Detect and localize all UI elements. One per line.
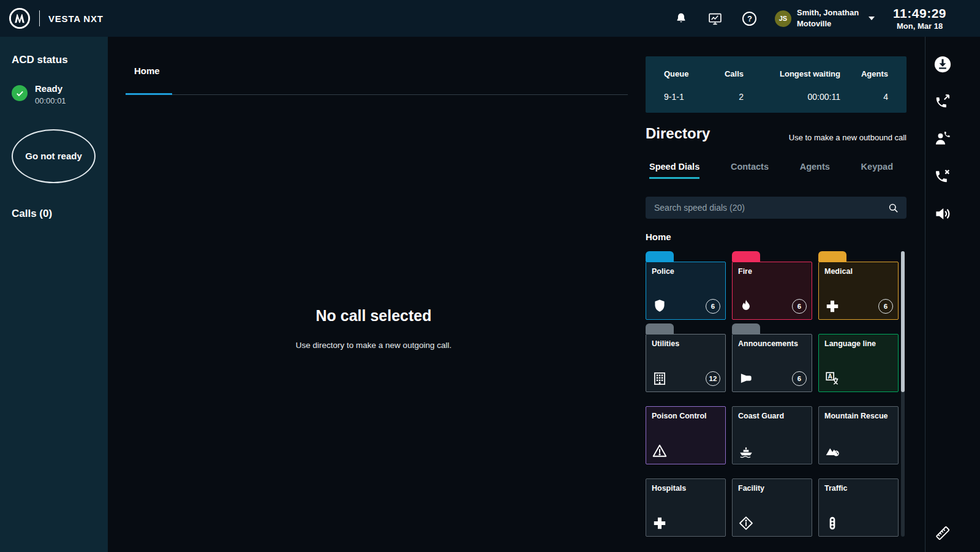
tab-speed-dials[interactable]: Speed Dials [649,162,699,179]
directory-panel: Queue Calls Longest waiting Agents 9-1-1… [639,37,925,552]
tile-label: Utilities [652,339,679,348]
empty-state-subtitle: Use directory to make a new outgoing cal… [108,341,639,350]
speed-dial-mountain-rescue[interactable]: Mountain Rescue [818,396,899,464]
person-phone-icon[interactable] [933,130,952,148]
tile-label: Language line [824,339,876,348]
clock-time: 11:49:29 [893,6,946,21]
megaphone-icon [738,371,754,387]
queue-longest-waiting: 00:00:11 [744,92,840,102]
tab-agents[interactable]: Agents [800,162,830,179]
translate-icon: A [824,371,840,387]
motorola-logo [9,7,31,29]
mountain-icon [824,443,840,459]
speed-dial-section-label: Home [646,232,671,242]
ruler-icon[interactable] [933,524,952,542]
chevron-down-icon [869,17,875,20]
tile-count-badge: 6 [792,299,807,314]
divider [126,94,628,95]
speed-dial-traffic[interactable]: Traffic [818,468,899,537]
speed-dial-folder-announcements[interactable]: Announcements 6 [732,323,812,392]
go-not-ready-button[interactable]: Go not ready [12,129,96,183]
tile-label: Poison Control [652,412,707,420]
user-location: Motoville [797,18,859,29]
queue-calls: 2 [699,92,744,102]
agent-status: Ready 00:00:01 [12,83,66,105]
queue-row[interactable]: 9-1-1 2 00:00:11 4 [664,91,888,103]
tile-count-badge: 6 [878,299,893,314]
acd-sidebar: ACD status Ready 00:00:01 Go not ready C… [0,37,108,552]
tile-label: Mountain Rescue [824,412,888,420]
police-badge-icon [652,298,668,314]
tile-count-badge: 6 [792,371,807,386]
medical-cross-icon [824,298,840,314]
queue-header: Queue [664,69,699,78]
search-icon[interactable] [888,202,899,214]
speed-dial-coast-guard[interactable]: Coast Guard [732,396,812,464]
user-menu[interactable]: JS Smith, Jonathan Motoville [775,7,875,29]
ship-icon [738,443,754,459]
tile-label: Hospitals [652,484,686,493]
phone-arrow-icon[interactable] [933,93,952,111]
empty-state-title: No call selected [108,307,639,325]
speed-dial-folder-police[interactable]: Police 6 [646,251,726,320]
queue-header: Agents [840,69,888,78]
directory-hint: Use to make a new outbound call [789,133,907,142]
call-workspace: Home No call selected Use directory to m… [108,37,639,552]
speed-dial-folder-utilities[interactable]: Utilities 12 [646,323,726,392]
directory-title: Directory [646,125,710,142]
tile-label: Coast Guard [738,412,784,420]
tab-keypad[interactable]: Keypad [861,162,893,179]
tile-label: Police [652,267,674,276]
speed-dial-poison-control[interactable]: Poison Control [646,396,726,464]
directory-scrollbar[interactable] [901,251,905,537]
divider [39,10,40,26]
help-icon[interactable]: ? [741,9,759,28]
scrollbar-thumb[interactable] [901,251,905,392]
folder-tab [646,323,674,334]
speed-dial-facility[interactable]: Facility [732,468,812,537]
tile-label: Announcements [738,339,798,348]
user-name: Smith, Jonathan [797,7,859,18]
queue-name: 9-1-1 [664,92,699,102]
speed-dial-language-line[interactable]: Language line A [818,323,899,392]
clock: 11:49:29 Mon, Mar 18 [893,6,946,31]
tile-label: Traffic [824,484,848,493]
clock-date: Mon, Mar 18 [893,21,946,31]
queue-header: Calls [699,69,744,78]
folder-tab [646,251,674,262]
monitor-icon[interactable] [706,9,725,28]
speed-dial-folder-medical[interactable]: Medical 6 [818,251,899,320]
tile-label: Medical [824,267,853,276]
speed-dial-grid: Police 6 Fire 6 Medical [646,251,899,537]
search-input[interactable] [653,202,888,213]
speed-dial-hospitals[interactable]: Hospitals [646,468,726,537]
tab-home[interactable]: Home [134,66,160,76]
speed-dial-search [646,197,907,219]
queue-header-row: Queue Calls Longest waiting Agents [664,67,888,80]
traffic-light-icon [824,515,840,531]
building-icon [652,371,668,387]
speed-dial-folder-fire[interactable]: Fire 6 [732,251,812,320]
flame-icon [738,298,754,314]
active-tab-indicator [126,93,172,95]
calls-section-title: Calls (0) [12,208,52,220]
speaker-icon[interactable] [933,205,952,223]
tile-label: Fire [738,267,752,276]
queue-agents: 4 [840,92,888,102]
avatar: JS [775,10,791,27]
acd-status-title: ACD status [12,54,68,66]
facility-diamond-icon [738,515,754,531]
folder-tab [818,251,846,262]
ready-check-icon [12,85,28,101]
svg-text:A: A [827,373,832,380]
notifications-bell-icon[interactable] [672,9,690,28]
queue-header: Longest waiting [744,69,840,78]
warning-triangle-icon [652,443,668,459]
status-timer: 00:00:01 [35,96,66,105]
tile-label: Facility [738,484,764,493]
phone-x-icon[interactable] [933,167,952,186]
arrow-down-circle-icon[interactable] [933,55,952,74]
tab-contacts[interactable]: Contacts [731,162,769,179]
tile-count-badge: 12 [706,371,720,386]
empty-state: No call selected Use directory to make a… [108,307,639,350]
